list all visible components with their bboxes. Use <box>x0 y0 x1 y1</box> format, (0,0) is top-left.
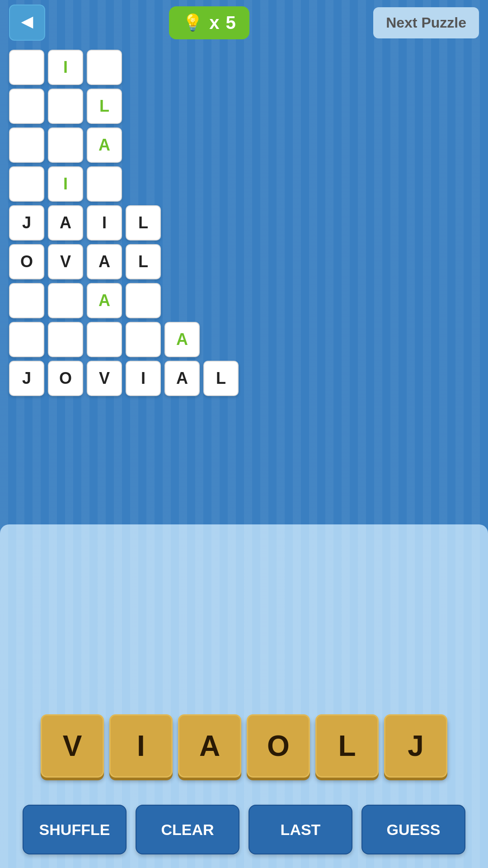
last-button[interactable]: LAST <box>249 805 352 854</box>
tile-2-0[interactable] <box>9 127 44 163</box>
grid-row-6: A <box>9 283 239 318</box>
puzzle-grid: ILAIJAILOVALAAJOVIAL <box>9 50 239 400</box>
back-icon <box>18 14 36 32</box>
next-puzzle-button[interactable]: Next Puzzle <box>373 7 479 38</box>
tile-6-0[interactable] <box>9 283 44 318</box>
tile-7-3[interactable] <box>126 322 161 357</box>
tile-5-3[interactable]: L <box>126 244 161 279</box>
grid-row-8: JOVIAL <box>9 361 239 396</box>
tile-7-1[interactable] <box>48 322 83 357</box>
clear-button[interactable]: CLEAR <box>136 805 239 854</box>
scrabble-tile-5[interactable]: J <box>384 714 447 778</box>
tile-8-1[interactable]: O <box>48 361 83 396</box>
top-bar: 💡 x 5 Next Puzzle <box>0 0 488 45</box>
scrabble-tile-1[interactable]: I <box>109 714 173 778</box>
tile-8-3[interactable]: I <box>126 361 161 396</box>
tile-5-1[interactable]: V <box>48 244 83 279</box>
tile-2-1[interactable] <box>48 127 83 163</box>
guess-label: GUESS <box>386 821 440 839</box>
back-button[interactable] <box>9 5 45 41</box>
action-buttons: SHUFFLE CLEAR LAST GUESS <box>0 805 488 854</box>
grid-row-0: I <box>9 50 239 85</box>
tile-4-0[interactable]: J <box>9 205 44 241</box>
tile-3-1[interactable]: I <box>48 166 83 202</box>
bulb-icon: 💡 <box>183 13 203 32</box>
tile-8-0[interactable]: J <box>9 361 44 396</box>
tile-1-0[interactable] <box>9 89 44 124</box>
tile-8-5[interactable]: L <box>203 361 239 396</box>
hints-button[interactable]: 💡 x 5 <box>169 6 249 39</box>
tile-4-2[interactable]: I <box>87 205 122 241</box>
tile-7-4[interactable]: A <box>164 322 200 357</box>
tile-7-2[interactable] <box>87 322 122 357</box>
tile-7-0[interactable] <box>9 322 44 357</box>
tile-4-3[interactable]: L <box>126 205 161 241</box>
tile-0-2[interactable] <box>87 50 122 85</box>
shuffle-button[interactable]: SHUFFLE <box>23 805 127 854</box>
tile-8-2[interactable]: V <box>87 361 122 396</box>
svg-marker-0 <box>21 17 33 29</box>
grid-row-1: L <box>9 89 239 124</box>
grid-row-4: JAIL <box>9 205 239 241</box>
tile-8-4[interactable]: A <box>164 361 200 396</box>
scrabble-tile-3[interactable]: O <box>247 714 310 778</box>
next-puzzle-label: Next Puzzle <box>386 14 466 31</box>
tile-6-1[interactable] <box>48 283 83 318</box>
tile-3-0[interactable] <box>9 166 44 202</box>
scrabble-tile-0[interactable]: V <box>41 714 104 778</box>
grid-row-7: A <box>9 322 239 357</box>
letter-tiles-row: VIAOLJ <box>0 714 488 778</box>
shuffle-label: SHUFFLE <box>39 821 110 839</box>
hints-number: 5 <box>226 13 236 33</box>
scrabble-tile-2[interactable]: A <box>178 714 241 778</box>
last-label: LAST <box>281 821 321 839</box>
clear-label: CLEAR <box>161 821 214 839</box>
tile-1-2[interactable]: L <box>87 89 122 124</box>
guess-button[interactable]: GUESS <box>361 805 465 854</box>
tile-2-2[interactable]: A <box>87 127 122 163</box>
scrabble-tile-4[interactable]: L <box>315 714 379 778</box>
tile-5-0[interactable]: O <box>9 244 44 279</box>
tile-6-2[interactable]: A <box>87 283 122 318</box>
grid-row-2: A <box>9 127 239 163</box>
tile-6-3[interactable] <box>126 283 161 318</box>
tile-0-1[interactable]: I <box>48 50 83 85</box>
grid-row-5: OVAL <box>9 244 239 279</box>
tile-1-1[interactable] <box>48 89 83 124</box>
tile-4-1[interactable]: A <box>48 205 83 241</box>
tile-0-0[interactable] <box>9 50 44 85</box>
grid-row-3: I <box>9 166 239 202</box>
tile-3-2[interactable] <box>87 166 122 202</box>
tile-5-2[interactable]: A <box>87 244 122 279</box>
hints-count: x <box>209 13 219 33</box>
